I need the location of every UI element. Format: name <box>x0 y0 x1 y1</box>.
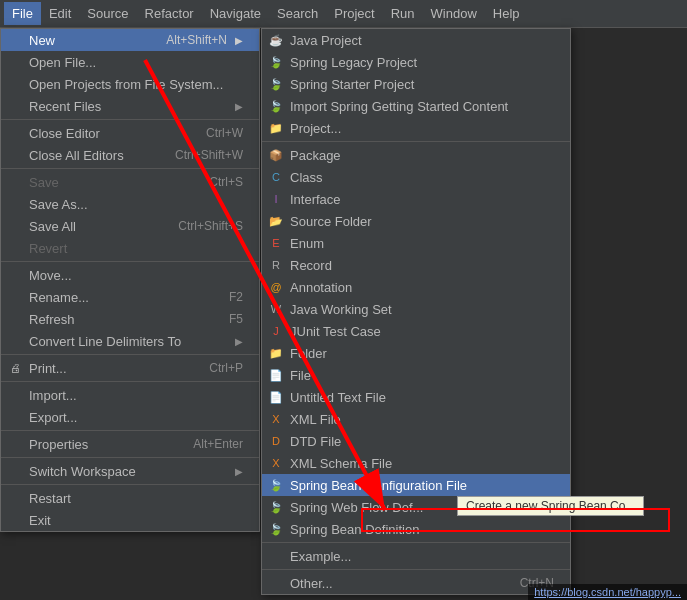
menu-record[interactable]: R Record <box>262 254 570 276</box>
rename-label: Rename... <box>29 290 89 305</box>
class-icon: C <box>268 169 284 185</box>
menu-switch-workspace[interactable]: Switch Workspace ▶ <box>1 460 259 482</box>
xml-file-icon: X <box>268 411 284 427</box>
enum-icon: E <box>268 235 284 251</box>
menu-java-working-set[interactable]: W Java Working Set <box>262 298 570 320</box>
menu-convert-line[interactable]: Convert Line Delimiters To ▶ <box>1 330 259 352</box>
open-projects-label: Open Projects from File System... <box>29 77 223 92</box>
menu-spring-bean-config[interactable]: 🍃 Spring Bean Configuration File <box>262 474 570 496</box>
menu-interface[interactable]: I Interface <box>262 188 570 210</box>
interface-label: Interface <box>290 192 341 207</box>
menu-enum[interactable]: E Enum <box>262 232 570 254</box>
menu-class[interactable]: C Class <box>262 166 570 188</box>
project-label: Project... <box>290 121 341 136</box>
menu-junit-test[interactable]: J JUnit Test Case <box>262 320 570 342</box>
close-all-editors-shortcut: Ctrl+Shift+W <box>175 148 243 162</box>
new-separator-2 <box>262 542 570 543</box>
separator-1 <box>1 119 259 120</box>
menu-project[interactable]: 📁 Project... <box>262 117 570 139</box>
menu-save-as[interactable]: Save As... <box>1 193 259 215</box>
menu-open-projects[interactable]: Open Projects from File System... <box>1 73 259 95</box>
spring-web-flow-tooltip: Create a new Spring Bean Co... <box>457 496 644 516</box>
rename-shortcut: F2 <box>229 290 243 304</box>
close-editor-label: Close Editor <box>29 126 100 141</box>
menu-dtd-file[interactable]: D DTD File <box>262 430 570 452</box>
menu-xml-file[interactable]: X XML File <box>262 408 570 430</box>
menubar-refactor[interactable]: Refactor <box>137 2 202 25</box>
menu-rename[interactable]: Rename... F2 <box>1 286 259 308</box>
new-label: New <box>29 33 55 48</box>
java-working-set-label: Java Working Set <box>290 302 392 317</box>
separator-6 <box>1 430 259 431</box>
menu-spring-starter[interactable]: 🍃 Spring Starter Project <box>262 73 570 95</box>
menu-close-editor[interactable]: Close Editor Ctrl+W <box>1 122 259 144</box>
menu-close-all-editors[interactable]: Close All Editors Ctrl+Shift+W <box>1 144 259 166</box>
annotation-label: Annotation <box>290 280 352 295</box>
project-icon: 📁 <box>268 120 284 136</box>
menubar-file[interactable]: File <box>4 2 41 25</box>
xml-schema-label: XML Schema File <box>290 456 392 471</box>
menu-exit[interactable]: Exit <box>1 509 259 531</box>
menu-recent-files[interactable]: Recent Files ▶ <box>1 95 259 117</box>
properties-shortcut: Alt+Enter <box>193 437 243 451</box>
new-menu-dropdown: ☕ Java Project 🍃 Spring Legacy Project 🍃… <box>261 28 571 595</box>
spring-web-flow-label: Spring Web Flow Def... <box>290 500 423 515</box>
menu-new[interactable]: New Alt+Shift+N ▶ <box>1 29 259 51</box>
menu-save-all[interactable]: Save All Ctrl+Shift+S <box>1 215 259 237</box>
menubar-source[interactable]: Source <box>79 2 136 25</box>
source-folder-icon: 📂 <box>268 213 284 229</box>
menubar-project[interactable]: Project <box>326 2 382 25</box>
menubar: File Edit Source Refactor Navigate Searc… <box>0 0 687 28</box>
menu-folder[interactable]: 📁 Folder <box>262 342 570 364</box>
spring-bean-config-label: Spring Bean Configuration File <box>290 478 467 493</box>
menu-spring-legacy[interactable]: 🍃 Spring Legacy Project <box>262 51 570 73</box>
menubar-window[interactable]: Window <box>423 2 485 25</box>
menu-package[interactable]: 📦 Package <box>262 144 570 166</box>
menu-move[interactable]: Move... <box>1 264 259 286</box>
folder-icon: 📁 <box>268 345 284 361</box>
menu-restart[interactable]: Restart <box>1 487 259 509</box>
menu-export[interactable]: Export... <box>1 406 259 428</box>
menu-spring-bean-definition[interactable]: 🍃 Spring Bean Definition <box>262 518 570 540</box>
dtd-file-label: DTD File <box>290 434 341 449</box>
menu-source-folder[interactable]: 📂 Source Folder <box>262 210 570 232</box>
menu-properties[interactable]: Properties Alt+Enter <box>1 433 259 455</box>
menu-spring-import[interactable]: 🍃 Import Spring Getting Started Content <box>262 95 570 117</box>
menu-refresh[interactable]: Refresh F5 <box>1 308 259 330</box>
open-file-label: Open File... <box>29 55 96 70</box>
separator-8 <box>1 484 259 485</box>
menubar-run[interactable]: Run <box>383 2 423 25</box>
menu-example[interactable]: Example... <box>262 545 570 567</box>
menubar-help[interactable]: Help <box>485 2 528 25</box>
menubar-navigate[interactable]: Navigate <box>202 2 269 25</box>
separator-7 <box>1 457 259 458</box>
menu-print[interactable]: 🖨 Print... Ctrl+P <box>1 357 259 379</box>
untitled-text-label: Untitled Text File <box>290 390 386 405</box>
menu-open-file[interactable]: Open File... <box>1 51 259 73</box>
interface-icon: I <box>268 191 284 207</box>
refresh-label: Refresh <box>29 312 75 327</box>
menu-file[interactable]: 📄 File <box>262 364 570 386</box>
menu-xml-schema[interactable]: X XML Schema File <box>262 452 570 474</box>
menu-untitled-text[interactable]: 📄 Untitled Text File <box>262 386 570 408</box>
spring-import-icon: 🍃 <box>268 98 284 114</box>
xml-schema-icon: X <box>268 455 284 471</box>
menu-annotation[interactable]: @ Annotation <box>262 276 570 298</box>
junit-test-label: JUnit Test Case <box>290 324 381 339</box>
menu-import[interactable]: Import... <box>1 384 259 406</box>
print-shortcut: Ctrl+P <box>209 361 243 375</box>
menu-other[interactable]: Other... Ctrl+N <box>262 572 570 594</box>
menu-spring-web-flow[interactable]: 🍃 Spring Web Flow Def... Create a new Sp… <box>262 496 570 518</box>
menubar-search[interactable]: Search <box>269 2 326 25</box>
close-all-editors-label: Close All Editors <box>29 148 124 163</box>
spring-import-label: Import Spring Getting Started Content <box>290 99 508 114</box>
restart-label: Restart <box>29 491 71 506</box>
spring-web-flow-icon: 🍃 <box>268 499 284 515</box>
save-label: Save <box>29 175 59 190</box>
menubar-edit[interactable]: Edit <box>41 2 79 25</box>
spring-starter-icon: 🍃 <box>268 76 284 92</box>
convert-line-label: Convert Line Delimiters To <box>29 334 181 349</box>
move-label: Move... <box>29 268 72 283</box>
recent-files-arrow: ▶ <box>235 101 243 112</box>
menu-java-project[interactable]: ☕ Java Project <box>262 29 570 51</box>
